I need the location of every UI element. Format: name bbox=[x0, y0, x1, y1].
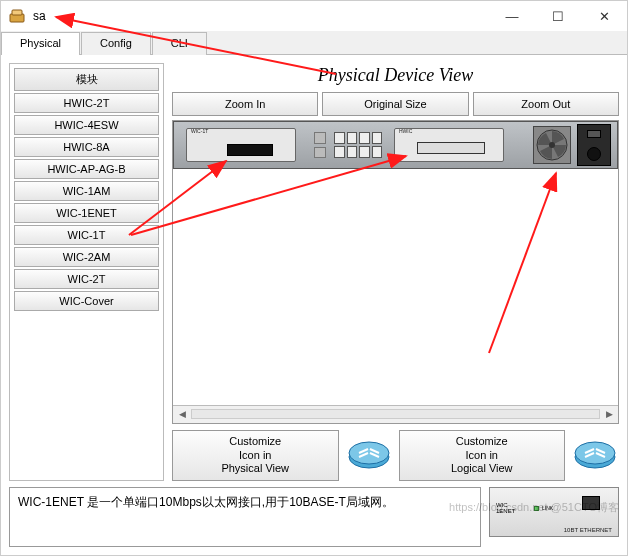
thumb-link-label: LINK bbox=[542, 505, 553, 511]
module-hwic-ap-ag-b[interactable]: HWIC-AP-AG-B bbox=[14, 159, 159, 179]
device-scroll[interactable]: WIC-1T HWIC bbox=[173, 121, 618, 405]
tab-cli[interactable]: CLI bbox=[152, 32, 207, 55]
tab-config[interactable]: Config bbox=[81, 32, 151, 55]
chassis-slot-left[interactable]: WIC-1T bbox=[186, 128, 296, 162]
svg-point-3 bbox=[549, 142, 555, 148]
zoom-in-button[interactable]: Zoom In bbox=[172, 92, 318, 116]
thumb-port-label: 10BT ETHERNET bbox=[564, 527, 612, 533]
close-button[interactable]: ✕ bbox=[581, 1, 627, 31]
tab-physical[interactable]: Physical bbox=[1, 32, 80, 55]
module-wic-2am[interactable]: WIC-2AM bbox=[14, 247, 159, 267]
module-wic-1t[interactable]: WIC-1T bbox=[14, 225, 159, 245]
scroll-track[interactable] bbox=[191, 409, 600, 419]
chassis-slot-right[interactable]: HWIC bbox=[394, 128, 504, 162]
rj45-port-icon bbox=[582, 496, 600, 510]
fan-icon bbox=[533, 126, 571, 164]
router-chassis[interactable]: WIC-1T HWIC bbox=[173, 121, 618, 169]
serial-port-icon bbox=[227, 144, 273, 156]
titlebar: sa — ☐ ✕ bbox=[1, 1, 627, 31]
maximize-button[interactable]: ☐ bbox=[535, 1, 581, 31]
device-viewport: WIC-1T HWIC bbox=[172, 120, 619, 424]
app-icon bbox=[9, 8, 25, 24]
svg-point-7 bbox=[575, 442, 615, 464]
logical-icon-preview bbox=[571, 430, 619, 481]
module-description: WIC-1ENET 是一个单端口10Mbps以太网接口,用于10BASE-T局域… bbox=[9, 487, 481, 547]
module-wic-cover[interactable]: WIC-Cover bbox=[14, 291, 159, 311]
modules-panel: 模块 HWIC-2T HWIC-4ESW HWIC-8A HWIC-AP-AG-… bbox=[9, 63, 164, 481]
zoom-out-button[interactable]: Zoom Out bbox=[473, 92, 619, 116]
link-led-icon bbox=[534, 506, 539, 511]
scroll-right-button[interactable]: ▶ bbox=[600, 406, 618, 422]
module-hwic-2t[interactable]: HWIC-2T bbox=[14, 93, 159, 113]
svg-rect-1 bbox=[12, 10, 22, 15]
minimize-button[interactable]: — bbox=[489, 1, 535, 31]
modules-header: 模块 bbox=[14, 68, 159, 91]
wide-connector-icon bbox=[417, 142, 485, 154]
module-hwic-4esw[interactable]: HWIC-4ESW bbox=[14, 115, 159, 135]
module-wic-2t[interactable]: WIC-2T bbox=[14, 269, 159, 289]
module-wic-1am[interactable]: WIC-1AM bbox=[14, 181, 159, 201]
physical-view-title: Physical Device View bbox=[172, 65, 619, 86]
thumb-model-label: WIC 1ENET bbox=[496, 502, 515, 514]
original-size-button[interactable]: Original Size bbox=[322, 92, 468, 116]
module-hwic-8a[interactable]: HWIC-8A bbox=[14, 137, 159, 157]
tabs: Physical Config CLI bbox=[1, 31, 627, 55]
rj45-grid-icon bbox=[334, 132, 382, 158]
svg-point-5 bbox=[349, 442, 389, 464]
module-wic-1enet[interactable]: WIC-1ENET bbox=[14, 203, 159, 223]
scroll-left-button[interactable]: ◀ bbox=[173, 406, 191, 422]
customize-logical-button[interactable]: Customize Icon in Logical View bbox=[399, 430, 566, 481]
module-thumbnail[interactable]: WIC 1ENET LINK 10BT ETHERNET bbox=[489, 487, 619, 537]
customize-physical-button[interactable]: Customize Icon in Physical View bbox=[172, 430, 339, 481]
power-supply-icon bbox=[577, 124, 611, 166]
physical-icon-preview bbox=[345, 430, 393, 481]
horizontal-scrollbar[interactable]: ◀ ▶ bbox=[173, 405, 618, 423]
chassis-builtin-ports bbox=[314, 128, 384, 162]
window-title: sa bbox=[33, 9, 489, 23]
